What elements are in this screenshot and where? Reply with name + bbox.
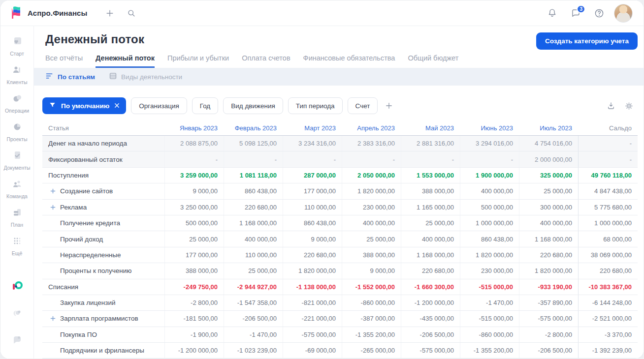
cell-value[interactable]: 300 000,00 [519,200,578,215]
close-icon[interactable] [114,102,120,110]
cell-saldo[interactable]: -10 383 367,00 [578,279,638,295]
add-button[interactable] [101,4,119,22]
cell-saldo[interactable]: -6 144 248,00 [578,295,638,310]
cell-saldo[interactable]: - [578,136,638,151]
cell-value[interactable]: -933 190,00 [519,279,578,295]
cell-value[interactable]: 3 259 000,00 [164,168,224,183]
row-label[interactable]: Прочий доход [42,236,164,243]
cell-value[interactable]: -1 547 358,00 [224,295,283,310]
row-label[interactable]: Денег на начало периода [42,140,164,147]
tab-general-budget[interactable]: Общий бюджет [408,54,458,68]
cell-value[interactable]: - [401,151,460,167]
tab-invoice-payment[interactable]: Оплата счетов [242,54,290,68]
cell-value[interactable]: -357 890,00 [519,295,578,310]
cell-value[interactable]: 400 000,00 [224,231,283,246]
cell-saldo[interactable]: 220 680,00 [578,263,638,278]
cell-value[interactable]: - [342,151,401,167]
cell-value[interactable]: 9 000,00 [164,183,224,199]
cell-value[interactable]: 4 754 016,00 [519,136,578,151]
cell-value[interactable]: 177 000,00 [164,247,224,263]
filter-chip-account[interactable]: Счет [348,97,378,114]
cell-value[interactable]: 287 000,00 [283,168,342,183]
cell-value[interactable]: 1 168 000,00 [401,247,460,263]
cell-value[interactable]: -1 470,00 [224,327,283,342]
cell-saldo[interactable]: 68 000,00 [578,231,638,246]
sidebar-item-projects[interactable]: Проекты [1,118,33,146]
expand-row-icon[interactable] [50,205,56,210]
expand-row-icon[interactable] [50,188,56,194]
subtab-by-articles[interactable]: По статьям [45,72,95,82]
cell-value[interactable]: 400 000,00 [401,231,460,246]
cell-value[interactable]: -2 800,00 [519,327,578,342]
table-settings-gear-icon[interactable] [624,101,634,111]
cell-value[interactable]: 230 000,00 [342,200,401,215]
add-filter-button[interactable] [385,101,393,110]
cell-value[interactable]: -515 000,00 [460,279,519,295]
expand-row-icon[interactable] [50,316,56,321]
cell-value[interactable]: 25 000,00 [519,183,578,199]
cell-value[interactable]: -181 500,00 [164,311,224,326]
cell-value[interactable]: 110 000,00 [224,247,283,263]
cell-value[interactable]: 2 881 316,00 [401,136,460,151]
column-header-month[interactable]: Июнь 2023 [460,124,519,132]
cell-saldo[interactable]: 5 775 680,00 [578,200,638,215]
cell-value[interactable]: - [460,151,519,167]
cell-value[interactable]: -1 138 000,00 [283,279,342,295]
cell-value[interactable]: 9 000,00 [283,231,342,246]
row-label[interactable]: Поступления [42,172,164,179]
cell-value[interactable]: 1 165 000,00 [401,200,460,215]
sidebar-item-start[interactable]: Старт [1,32,33,60]
row-label[interactable]: Зарплата программистов [42,315,164,322]
cell-value[interactable]: 2 088 875,00 [164,136,224,151]
cell-value[interactable]: 1 553 000,00 [401,168,460,183]
sidebar-item-plan[interactable]: План [1,203,33,232]
cell-value[interactable]: -1 470,00 [460,295,519,310]
cell-value[interactable]: 388 000,00 [342,247,401,263]
column-header-month[interactable]: Январь 2023 [164,124,224,132]
row-label[interactable]: Подрядчики и фрилансеры [42,347,164,354]
cell-value[interactable]: -1 660 300,00 [401,279,460,295]
cell-value[interactable]: - [283,151,342,167]
cell-value[interactable]: -575 000,00 [283,327,342,342]
bell-icon[interactable] [543,4,561,22]
download-icon[interactable] [607,101,615,110]
cell-value[interactable]: 230 000,00 [460,263,519,278]
cell-value[interactable]: -515 000,00 [460,311,519,326]
column-header-month[interactable]: Май 2023 [401,124,460,132]
subtab-activity-types[interactable]: Виды деятельности [109,72,182,82]
cell-value[interactable]: -575 000,00 [401,343,460,358]
cell-value[interactable]: 25 000,00 [164,231,224,246]
cell-value[interactable]: 1 820 000,00 [342,183,401,199]
tab-cash-flow[interactable]: Денежный поток [96,54,155,68]
cell-value[interactable]: -575 000,00 [519,311,578,326]
cell-saldo[interactable]: -3 370,00 [578,327,638,342]
cell-value[interactable]: 3 294 016,00 [460,136,519,151]
cell-value[interactable]: -2 800,00 [164,295,224,310]
cell-value[interactable]: 25 000,00 [342,231,401,246]
sidebar-item-team[interactable]: Команда [1,175,33,203]
row-label[interactable]: Покупка ПО [42,331,164,338]
row-label[interactable]: Фиксированный остаток [42,156,164,163]
column-header-month[interactable]: Март 2023 [283,124,342,132]
cell-value[interactable]: 5 098 125,00 [224,136,283,151]
row-label[interactable]: Закупка лицензий [42,299,164,306]
cell-saldo[interactable]: -2 521 000,00 [578,311,638,326]
row-label[interactable]: Получение кредита [42,219,164,227]
help-icon[interactable] [590,4,608,22]
row-label[interactable]: Создание сайтов [42,187,164,195]
cell-value[interactable]: 2 000 000,00 [519,151,578,167]
sidebar-item-more[interactable]: Ещё [1,232,33,260]
cell-value[interactable]: -249 750,00 [164,279,224,295]
sidebar-item-documents[interactable]: Документы [1,146,33,175]
cell-value[interactable]: 220 680,00 [283,247,342,263]
cell-saldo[interactable]: -1 392 239,00 [578,343,638,358]
filter-chip-movement-type[interactable]: Вид движения [223,97,283,114]
cell-value[interactable]: 500 000,00 [164,215,224,231]
cell-value[interactable]: -1 900,00 [164,327,224,342]
cell-value[interactable]: -1 355 200,00 [342,327,401,342]
cell-value[interactable]: -2 944 927,00 [224,279,283,295]
cell-value[interactable]: 220 680,00 [519,247,578,263]
row-label[interactable]: Нераспределенные [42,251,164,259]
row-label[interactable]: Проценты к получению [42,267,164,274]
avatar[interactable] [614,4,633,23]
